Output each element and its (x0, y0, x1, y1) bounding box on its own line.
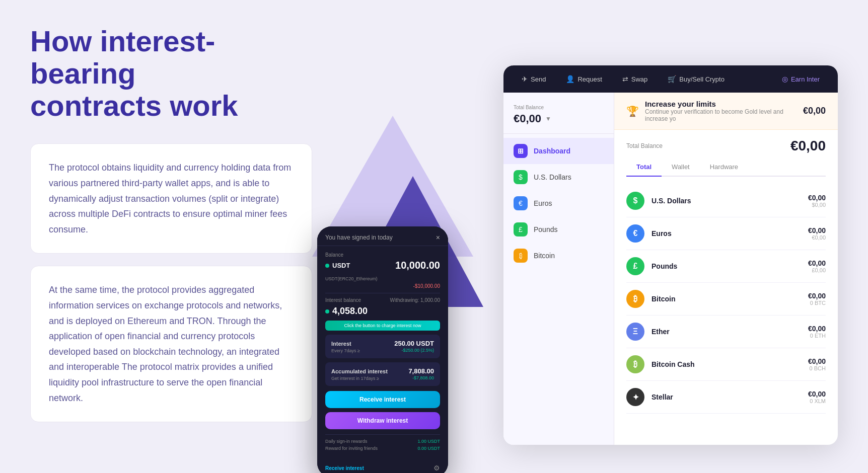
eth-crypto-amounts: €0,00 0 ETH (808, 325, 826, 339)
tabs-row: Total Wallet Hardware (626, 158, 826, 177)
click-banner[interactable]: Click the button to charge interest now (325, 321, 440, 331)
dashboard-content: Total Balance €0,00 ▼ ⊞ Dashboard $ U.S.… (503, 93, 838, 445)
notification-title: Increase your limits (645, 100, 797, 108)
request-button[interactable]: 👤 Request (558, 71, 610, 87)
withdrawing-label: Withdrawing: 1,000.00 (390, 297, 440, 303)
chevron-down-icon[interactable]: ▼ (545, 115, 551, 122)
tab-wallet[interactable]: Wallet (662, 158, 700, 177)
phone-body: Balance USDT 10,000.00 USDT(ERC20_Ethere… (317, 246, 448, 459)
send-button[interactable]: ✈ Send (514, 71, 554, 87)
gbp-crypto-amounts: €0,00 £0,00 (808, 259, 826, 273)
usd-coin: $0,00 (808, 202, 826, 208)
earn-icon: ◎ (782, 75, 788, 83)
interest-card-period: Every 7days ≥ (331, 348, 360, 353)
usd-fiat: €0,00 (808, 194, 826, 202)
eth-coin: 0 ETH (808, 333, 826, 339)
info-card-2-text: At the same time, the protocol provides … (49, 282, 294, 406)
interest-card-neg: -$250.00 (2.5%) (401, 348, 434, 353)
info-card-1: The protocol obtains liquidity and curre… (30, 143, 312, 254)
crypto-item-gbp[interactable]: £ Pounds €0,00 £0,00 (626, 250, 826, 283)
btc-crypto-icon: ₿ (626, 290, 644, 308)
sidebar-item-eur-label: Euros (534, 199, 552, 207)
swap-button[interactable]: ⇄ Swap (614, 71, 656, 87)
buy-sell-icon: 🛒 (668, 75, 676, 83)
phone-settings-icon[interactable]: ⚙ (433, 464, 440, 472)
tab-total[interactable]: Total (626, 158, 662, 177)
rewards-section: Daily sign-in rewards 1.00 USDT Reward f… (325, 434, 440, 451)
dashboard-panel: ✈ Send 👤 Request ⇄ Swap 🛒 Buy/Sell Crypt… (503, 65, 838, 445)
xlm-coin: 0 XLM (808, 398, 826, 404)
request-label: Request (577, 75, 602, 83)
sidebar-item-gbp-label: Pounds (534, 225, 557, 233)
sidebar-item-eur[interactable]: € Euros (503, 190, 614, 216)
phone-coin-sub: USDT(ERC20_Ethereum) (325, 276, 440, 281)
phone-mock: You have signed in today × Balance USDT … (317, 226, 448, 473)
sidebar-item-dashboard-label: Dashboard (534, 147, 570, 155)
interest-balance-row: Interest balance Withdrawing: 1,000.00 (325, 297, 440, 303)
balance-section: Total Balance €0,00 (614, 130, 838, 158)
gbp-crypto-name: Pounds (652, 262, 801, 270)
interest-card-val: 250.00 USDT (394, 340, 434, 347)
xlm-crypto-amounts: €0,00 0 XLM (808, 390, 826, 404)
interest-big-dot (325, 309, 329, 313)
sidebar: Total Balance €0,00 ▼ ⊞ Dashboard $ U.S.… (503, 93, 614, 445)
crypto-item-xlm[interactable]: ✦ Stellar €0,00 0 XLM (626, 381, 826, 414)
phone-coin: USDT (325, 262, 350, 269)
eth-fiat: €0,00 (808, 325, 826, 333)
crypto-item-eur[interactable]: € Euros €0,00 €0,00 (626, 217, 826, 250)
reward-row-1: Daily sign-in rewards 1.00 USDT (325, 439, 440, 444)
xlm-crypto-name: Stellar (652, 393, 801, 401)
gbp-crypto-icon: £ (626, 257, 644, 275)
crypto-item-eth[interactable]: Ξ Ether €0,00 0 ETH (626, 316, 826, 348)
sidebar-item-gbp[interactable]: £ Pounds (503, 216, 614, 243)
crypto-item-usd[interactable]: $ U.S. Dollars €0,00 $0,00 (626, 185, 826, 217)
notification-text: Increase your limits Continue your verif… (645, 100, 797, 122)
withdraw-interest-button[interactable]: Withdraw interest (325, 412, 440, 429)
center-section: You have signed in today × Balance USDT … (332, 75, 483, 473)
dashboard-icon: ⊞ (514, 144, 528, 158)
buy-sell-button[interactable]: 🛒 Buy/Sell Crypto (660, 71, 733, 87)
bch-crypto-icon: ₿ (626, 355, 644, 373)
info-card-2: At the same time, the protocol provides … (30, 266, 312, 422)
sidebar-item-dashboard[interactable]: ⊞ Dashboard (503, 138, 614, 164)
usd-crypto-amounts: €0,00 $0,00 (808, 194, 826, 208)
usd-icon: $ (514, 170, 528, 184)
tab-hardware[interactable]: Hardware (700, 158, 748, 177)
earn-button[interactable]: ◎ Earn Inter (774, 71, 828, 87)
phone-balance-label: Balance (325, 252, 440, 258)
divider (325, 293, 440, 293)
accumulated-row-2: Get interest in 17days ≥ -$7,808.00 (331, 375, 434, 381)
request-icon: 👤 (566, 75, 574, 83)
left-section: How interest-bearing contracts work The … (30, 25, 312, 422)
top-nav: ✈ Send 👤 Request ⇄ Swap 🛒 Buy/Sell Crypt… (503, 65, 838, 93)
sidebar-balance-section: Total Balance €0,00 ▼ (503, 101, 614, 134)
sidebar-item-usd[interactable]: $ U.S. Dollars (503, 164, 614, 190)
crypto-item-bch[interactable]: ₿ Bitcoin Cash €0,00 0 BCH (626, 348, 826, 381)
btc-icon: ₿ (514, 249, 528, 263)
notification-banner: 🏆 Increase your limits Continue your ver… (614, 93, 838, 130)
interest-balance-label: Interest balance (325, 297, 361, 303)
interest-big: 4,058.00 (325, 306, 440, 317)
phone-coin-name: USDT (332, 262, 350, 269)
accumulated-row-1: Accumulated interest 7,808.00 (331, 367, 434, 375)
eur-crypto-name: Euros (652, 229, 801, 238)
phone-close-icon[interactable]: × (436, 233, 440, 242)
reward2-val: 0.00 USDT (417, 446, 440, 451)
crypto-item-btc[interactable]: ₿ Bitcoin €0,00 0 BTC (626, 283, 826, 316)
notification-subtitle: Continue your verification to become Gol… (645, 108, 797, 122)
interest-card-label: Interest (331, 341, 351, 347)
reward1-val: 1.00 USDT (417, 439, 440, 444)
xlm-fiat: €0,00 (808, 390, 826, 398)
notification-amount: €0,00 (803, 106, 826, 116)
send-label: Send (531, 75, 546, 83)
phone-bottom-receive-btn[interactable]: Receive interest (325, 465, 364, 471)
receive-interest-button[interactable]: Receive interest (325, 391, 440, 408)
sidebar-item-btc[interactable]: ₿ Bitcoin (503, 243, 614, 269)
main-area: 🏆 Increase your limits Continue your ver… (614, 93, 838, 445)
page-title: How interest-bearing contracts work (30, 25, 312, 121)
balance-section-label: Total Balance (626, 142, 663, 149)
sidebar-item-usd-label: U.S. Dollars (534, 173, 571, 181)
swap-icon: ⇄ (622, 75, 628, 83)
xlm-crypto-icon: ✦ (626, 388, 644, 406)
gbp-icon: £ (514, 222, 528, 236)
